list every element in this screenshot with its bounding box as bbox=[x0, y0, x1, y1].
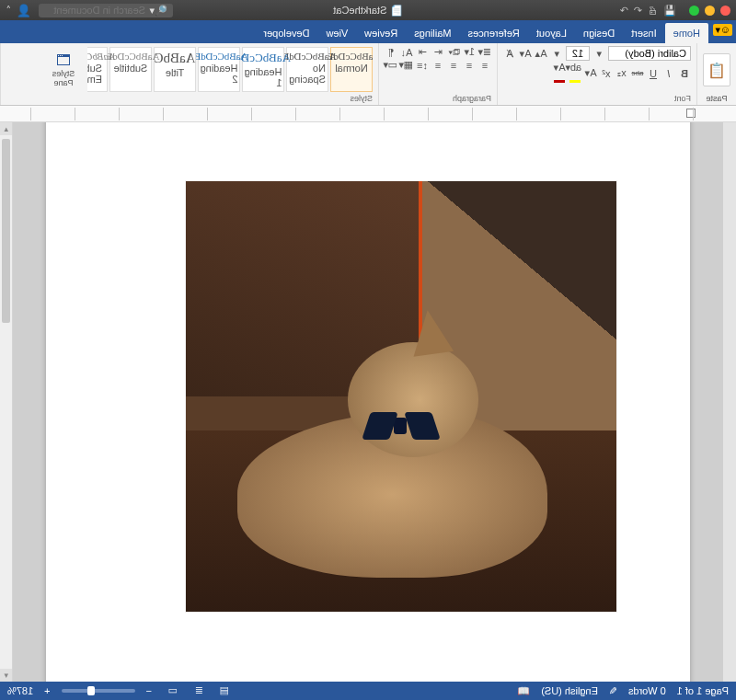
word-count[interactable]: 0 Words bbox=[628, 685, 666, 696]
titlebar: 💾 🖨 ↶ ↷ 📄 StarktheCat 🔍▾ 👤 ˄ bbox=[0, 0, 736, 20]
italic-button[interactable]: I bbox=[662, 68, 675, 79]
page[interactable]: ⊕ bbox=[46, 122, 690, 682]
clear-format-icon[interactable]: A̸ bbox=[503, 48, 516, 60]
horizontal-ruler[interactable] bbox=[0, 106, 736, 122]
tab-home[interactable]: Home bbox=[665, 23, 708, 43]
zoom-button[interactable] bbox=[689, 6, 699, 16]
line-spacing-button[interactable]: ↕≡ bbox=[416, 60, 429, 71]
multilevel-button[interactable]: ⧉▾ bbox=[447, 46, 460, 58]
view-focus-icon[interactable]: ▤ bbox=[214, 684, 229, 697]
undo-icon[interactable]: ↶ bbox=[634, 5, 642, 17]
align-left-button[interactable]: ≡ bbox=[478, 60, 491, 71]
redo-icon[interactable]: ↷ bbox=[620, 5, 628, 17]
scroll-up-icon[interactable]: ▴ bbox=[0, 122, 12, 135]
print-icon[interactable]: 🖨 bbox=[648, 5, 658, 16]
align-center-button[interactable]: ≡ bbox=[463, 60, 476, 71]
underline-button[interactable]: U bbox=[647, 68, 660, 79]
user-icon[interactable]: 👤 bbox=[17, 4, 31, 17]
view-web-icon[interactable]: ▭ bbox=[163, 684, 178, 697]
tab-layout[interactable]: Layout bbox=[528, 23, 575, 43]
strikethrough-button[interactable]: abc bbox=[631, 69, 644, 77]
statusbar: Page 1 of 1 0 Words ✎ English (US) 📖 ▤ ≣… bbox=[0, 682, 736, 700]
style-subtitle[interactable]: AaBbCcDdEeSubtitle bbox=[109, 47, 152, 92]
group-font: Calibri (Body) ▾ 12 ▾ A▴ A▾ A̸ B I U abc… bbox=[497, 43, 696, 105]
zoom-slider[interactable] bbox=[62, 689, 135, 693]
group-clipboard: 📋 Paste bbox=[696, 43, 736, 105]
vertical-scrollbar[interactable]: ▴ ▾ bbox=[0, 122, 13, 682]
style-heading-2[interactable]: AaBbCcDdEeHeading 2 bbox=[198, 47, 240, 92]
font-name-select[interactable]: Calibri (Body) bbox=[608, 46, 691, 61]
quick-access-toolbar: 💾 🖨 ↶ ↷ bbox=[620, 5, 676, 17]
zoom-level[interactable]: 187% bbox=[7, 685, 33, 696]
language-status[interactable]: English (US) bbox=[541, 685, 598, 696]
chevron-down-icon[interactable]: ▾ bbox=[592, 48, 605, 60]
tab-review[interactable]: Review bbox=[356, 23, 406, 43]
sort-button[interactable]: A↓ bbox=[400, 47, 413, 58]
document-area[interactable]: ⊕ bbox=[13, 122, 723, 682]
group-font-title: Font bbox=[503, 94, 691, 103]
tab-insert[interactable]: Insert bbox=[623, 23, 665, 43]
ribbon: 📋 Paste Calibri (Body) ▾ 12 ▾ A▴ A▾ A̸ B… bbox=[0, 43, 736, 106]
style-title[interactable]: AaBbCTitle bbox=[154, 47, 196, 92]
styles-gallery[interactable]: AaBbCcDdEeNormal AaBbCcDdEeNo Spacing Aa… bbox=[87, 47, 373, 92]
align-right-button[interactable]: ≡ bbox=[447, 60, 460, 71]
close-button[interactable] bbox=[720, 6, 730, 16]
justify-button[interactable]: ≡ bbox=[431, 60, 444, 71]
word-icon: 📄 bbox=[390, 5, 403, 16]
chevron-down-icon[interactable]: ▾ bbox=[550, 48, 563, 60]
style-heading-1[interactable]: AaBbCcDcHeading 1 bbox=[242, 47, 284, 92]
style-no-spacing[interactable]: AaBbCcDdEeNo Spacing bbox=[286, 47, 328, 92]
window-controls bbox=[689, 6, 730, 16]
search-box[interactable]: 🔍▾ bbox=[39, 4, 173, 17]
inserted-image[interactable] bbox=[186, 181, 616, 612]
word-window: 💾 🖨 ↶ ↷ 📄 StarktheCat 🔍▾ 👤 ˄ ☺▾ Home Ins… bbox=[0, 0, 736, 700]
group-styles-title: Styles bbox=[6, 94, 373, 103]
ribbon-tabs: ☺▾ Home Insert Design Layout References … bbox=[0, 20, 736, 43]
indent-decrease-button[interactable]: ⇤ bbox=[431, 46, 444, 58]
scroll-down-icon[interactable]: ▾ bbox=[0, 669, 12, 682]
font-color-button[interactable]: A▾ bbox=[553, 62, 566, 85]
tab-mailings[interactable]: Mailings bbox=[406, 23, 459, 43]
bold-button[interactable]: B bbox=[678, 68, 691, 79]
ribbon-collapse-icon[interactable]: ˄ bbox=[6, 5, 11, 17]
page-count[interactable]: Page 1 of 1 bbox=[677, 685, 729, 696]
save-icon[interactable]: 💾 bbox=[663, 5, 676, 17]
grow-font-icon[interactable]: A▴ bbox=[535, 48, 547, 60]
styles-pane-button[interactable]: 🗔 Styles Pane bbox=[49, 52, 78, 87]
spell-check-icon[interactable]: ✎ bbox=[609, 685, 617, 697]
tab-developer[interactable]: Developer bbox=[255, 23, 317, 43]
styles-pane-icon: 🗔 bbox=[49, 52, 78, 69]
tab-view[interactable]: View bbox=[318, 23, 357, 43]
highlight-button[interactable]: ab▾ bbox=[569, 62, 581, 85]
zoom-slider-thumb[interactable] bbox=[87, 686, 95, 695]
superscript-button[interactable]: x² bbox=[600, 68, 613, 79]
style-normal[interactable]: AaBbCcDdEeNormal bbox=[330, 47, 373, 92]
style-subtle-em[interactable]: AaBbCcDdEeSubtle Em... bbox=[87, 47, 108, 92]
search-input[interactable] bbox=[44, 5, 145, 16]
zoom-out-button[interactable]: − bbox=[146, 685, 152, 696]
show-marks-button[interactable]: ¶ bbox=[385, 47, 397, 58]
shading-button[interactable]: ▦▾ bbox=[400, 59, 413, 71]
group-paragraph-title: Paragraph bbox=[385, 94, 491, 103]
paste-label: Paste bbox=[707, 94, 728, 103]
share-button[interactable]: ☺▾ bbox=[713, 24, 732, 36]
view-print-icon[interactable]: ≣ bbox=[189, 684, 203, 697]
borders-button[interactable]: ▭▾ bbox=[385, 59, 397, 71]
search-icon: 🔍▾ bbox=[149, 5, 167, 17]
text-effects-button[interactable]: A▾ bbox=[584, 67, 597, 79]
minimize-button[interactable] bbox=[705, 6, 715, 16]
subscript-button[interactable]: x₂ bbox=[615, 67, 628, 79]
scroll-thumb[interactable] bbox=[2, 139, 10, 323]
indent-increase-button[interactable]: ⇥ bbox=[416, 46, 429, 58]
tab-references[interactable]: References bbox=[460, 23, 528, 43]
zoom-in-button[interactable]: + bbox=[44, 685, 50, 696]
paste-button[interactable]: 📋 bbox=[703, 53, 730, 86]
reading-mode-icon[interactable]: 📖 bbox=[517, 685, 530, 697]
bullets-button[interactable]: ≣▾ bbox=[478, 46, 491, 58]
shrink-font-icon[interactable]: A▾ bbox=[519, 48, 532, 60]
group-styles: AaBbCcDdEeNormal AaBbCcDdEeNo Spacing Aa… bbox=[0, 43, 378, 105]
tab-design[interactable]: Design bbox=[575, 23, 623, 43]
group-paragraph: ≣▾ 1▾ ⧉▾ ⇤ ⇥ A↓ ¶ ≡ ≡ ≡ ≡ ↕≡ ▦▾ ▭▾ bbox=[378, 43, 497, 105]
numbering-button[interactable]: 1▾ bbox=[463, 46, 476, 58]
font-size-select[interactable]: 12 bbox=[566, 46, 590, 61]
